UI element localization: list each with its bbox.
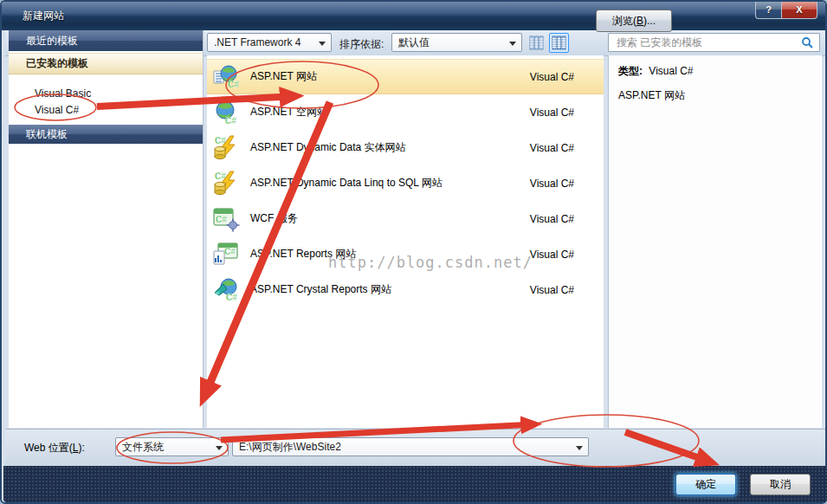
template-description: ASP.NET 网站 [618, 88, 822, 103]
sort-by-label: 排序依据: [339, 37, 384, 52]
title-bar: 新建网站 ? X [2, 2, 825, 30]
svg-text:C#: C# [228, 80, 239, 89]
template-name: ASP.NET Dynamic Data Linq to SQL 网站 [250, 176, 530, 191]
location-path-combobox[interactable]: E:\网页制作\WebSite2 [232, 437, 589, 456]
chevron-down-icon [509, 42, 516, 46]
dynamic-data-linq-icon: C# [212, 171, 242, 197]
template-row-wcf-service[interactable]: C# WCF 服务 Visual C# [207, 201, 604, 236]
template-name: ASP.NET 网站 [250, 69, 530, 84]
new-website-dialog: 新建网站 ? X .NET Framework 4 排序依据: 默认值 搜索 已… [0, 0, 827, 504]
chevron-down-icon [216, 446, 223, 450]
small-icons-icon [552, 36, 566, 50]
location-type-combobox[interactable]: 文件系统 [115, 437, 229, 456]
recent-templates-header[interactable]: 最近的模板 [9, 30, 203, 51]
framework-value: .NET Framework 4 [214, 36, 300, 48]
chevron-down-icon [576, 446, 583, 450]
template-language: Visual C# [530, 249, 574, 261]
aspnet-website-icon: C# [212, 64, 242, 90]
aspnet-empty-website-icon: C# [212, 100, 242, 126]
online-templates-header[interactable]: 联机模板 [9, 125, 203, 144]
template-name: ASP.NET Crystal Reports 网站 [250, 282, 530, 297]
cancel-button[interactable]: 取消 [750, 474, 811, 495]
browse-button[interactable]: 浏览(B)... [596, 10, 672, 32]
template-language: Visual C# [530, 213, 574, 225]
template-language: Visual C# [530, 142, 574, 154]
search-input[interactable]: 搜索 已安装的模板 [608, 33, 820, 52]
screenshot-stage: 新建网站 ? X .NET Framework 4 排序依据: 默认值 搜索 已… [0, 0, 827, 504]
dynamic-data-entities-icon: C# [212, 135, 242, 161]
type-value: Visual C# [649, 65, 693, 77]
sidebar-item-visual-basic[interactable]: Visual Basic [9, 85, 203, 101]
svg-text:C#: C# [226, 293, 237, 302]
template-row-crystal-reports-website[interactable]: C# ASP.NET Crystal Reports 网站 Visual C# [207, 272, 604, 307]
template-row-dynamic-data-linq[interactable]: C# ASP.NET Dynamic Data Linq to SQL 网站 V… [207, 165, 604, 201]
view-small-icons-button[interactable] [549, 33, 569, 53]
template-language: Visual C# [530, 284, 574, 296]
search-icon[interactable] [801, 36, 814, 52]
help-button[interactable]: ? [755, 2, 782, 19]
template-name: ASP.NET Dynamic Data 实体网站 [250, 140, 530, 155]
window-controls: ? X [755, 2, 817, 19]
search-placeholder: 搜索 已安装的模板 [617, 36, 702, 50]
template-language: Visual C# [530, 71, 574, 83]
framework-combobox[interactable]: .NET Framework 4 [207, 33, 332, 52]
svg-text:C#: C# [224, 247, 236, 256]
template-details-panel: 类型: Visual C# ASP.NET 网站 [608, 55, 822, 428]
sort-value: 默认值 [398, 36, 430, 50]
sidebar-item-visual-csharp[interactable]: Visual C# [9, 101, 203, 118]
installed-templates-header[interactable]: 已安装的模板 [9, 53, 203, 74]
location-path-value: E:\网页制作\WebSite2 [239, 440, 341, 455]
template-list: C# ASP.NET 网站 Visual C# C# ASP.NET 空网站 V… [207, 55, 604, 428]
svg-text:C#: C# [216, 215, 227, 224]
template-language: Visual C# [530, 178, 574, 190]
medium-icons-icon [529, 36, 544, 50]
svg-text:C#: C# [225, 116, 236, 126]
watermark-text: http://blog.csdn.net/ [328, 254, 533, 271]
crystal-reports-website-icon: C# [212, 277, 242, 303]
template-name: WCF 服务 [250, 211, 530, 226]
wcf-service-icon: C# [212, 206, 242, 232]
template-row-aspnet-empty-website[interactable]: C# ASP.NET 空网站 Visual C# [207, 94, 604, 130]
web-location-label: Web 位置(L): [24, 441, 85, 456]
sort-combobox[interactable]: 默认值 [391, 33, 522, 52]
template-name: ASP.NET 空网站 [250, 105, 530, 120]
dialog-title: 新建网站 [23, 9, 64, 23]
bottom-button-bar: 确定 取消 [3, 466, 827, 502]
location-type-value: 文件系统 [122, 440, 164, 455]
template-language: Visual C# [530, 107, 574, 119]
type-label: 类型: [618, 65, 643, 77]
view-medium-icons-button[interactable] [527, 33, 546, 53]
template-row-dynamic-data-entities[interactable]: C# ASP.NET Dynamic Data 实体网站 Visual C# [207, 130, 604, 165]
category-sidebar: 最近的模板 已安装的模板 Visual Basic Visual C# 联机模板 [9, 30, 204, 428]
ok-button[interactable]: 确定 [675, 474, 736, 495]
template-row-aspnet-website[interactable]: C# ASP.NET 网站 Visual C# [207, 59, 604, 94]
close-button[interactable]: X [782, 2, 817, 19]
chevron-down-icon [319, 42, 326, 46]
reports-website-icon: C# [212, 242, 242, 268]
